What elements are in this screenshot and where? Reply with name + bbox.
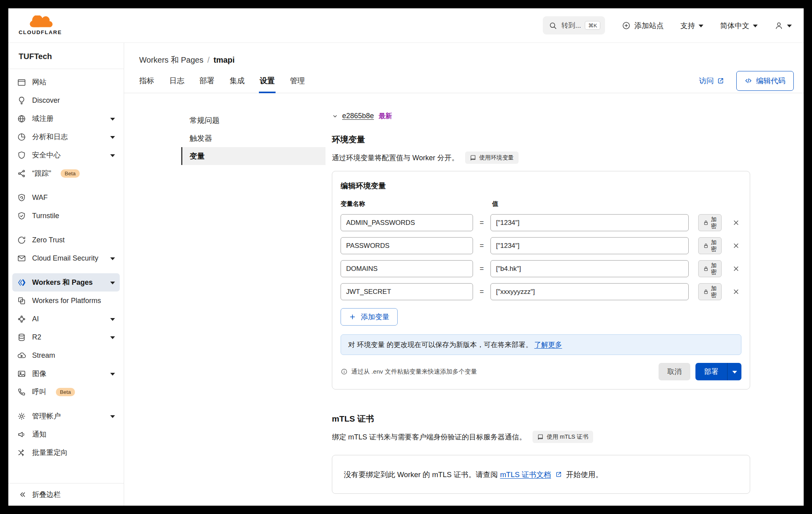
workers-icon (17, 278, 26, 287)
versions-notice-banner: 对 环境变量 的更改现在可以保存为新版本，可在将来部署。 了解更多 (341, 334, 741, 355)
remove-variable-button[interactable] (730, 240, 741, 251)
sidebar-item-websites[interactable]: 网站 (12, 73, 120, 91)
var-value-input[interactable] (490, 214, 689, 231)
remove-variable-button[interactable] (730, 263, 741, 274)
mtls-doc-badge[interactable]: 使用 mTLS 证书 (532, 431, 593, 443)
encrypt-button[interactable]: 加密 (698, 283, 722, 300)
language-menu[interactable]: 简体中文 (720, 21, 758, 31)
search-icon (548, 21, 557, 30)
search-shortcut: ⌘K (585, 21, 600, 30)
sidebar-item-ai[interactable]: AI (12, 310, 120, 328)
deploy-split-button: 部署 (695, 363, 741, 380)
globe-icon (17, 114, 26, 123)
var-name-input[interactable] (341, 237, 473, 254)
sidebar-item-turnstile[interactable]: Turnstile (12, 207, 120, 225)
lock-icon (703, 243, 709, 249)
edit-code-button[interactable]: 编辑代码 (736, 71, 794, 91)
var-value-input[interactable] (490, 237, 689, 254)
global-search[interactable]: 转到... ⌘K (543, 16, 605, 35)
tab-manage[interactable]: 管理 (290, 69, 305, 93)
var-value-input[interactable] (490, 283, 689, 300)
var-name-input[interactable] (341, 214, 473, 231)
book-icon (470, 155, 476, 161)
add-variable-button[interactable]: 添加变量 (341, 308, 398, 326)
zero-trust-icon (17, 236, 26, 245)
cloudflare-logo[interactable]: CLOUDFLARE (19, 15, 62, 35)
sidebar-item-calls[interactable]: 呼叫 Beta (12, 383, 120, 401)
learn-more-link[interactable]: 了解更多 (534, 341, 562, 349)
sidebar-group: 网站 Discover 域注册 分析和日志 (12, 73, 120, 182)
caret-down-icon (732, 371, 737, 374)
cancel-button[interactable]: 取消 (659, 363, 690, 380)
sidebar-item-domains[interactable]: 域注册 (12, 109, 120, 128)
tab-settings[interactable]: 设置 (260, 69, 275, 93)
lock-icon (703, 289, 709, 295)
app-window: CLOUDFLARE 转到... ⌘K 添加站点 支持 简体中文 (8, 8, 804, 506)
subnav-item-triggers[interactable]: 触发器 (181, 129, 326, 147)
envelope-icon (17, 254, 26, 263)
sidebar-item-images[interactable]: 图像 (12, 364, 120, 383)
sidebar-group: Workers 和 Pages Workers for Platforms AI (12, 273, 120, 401)
var-value-input[interactable] (490, 260, 689, 277)
ai-network-icon (17, 315, 26, 324)
encrypt-button[interactable]: 加密 (698, 237, 722, 254)
account-name[interactable]: TUFTech (8, 43, 124, 69)
external-link-icon (555, 471, 562, 478)
visit-link[interactable]: 访问 (699, 76, 724, 86)
var-name-input[interactable] (341, 283, 473, 300)
version-selector[interactable]: e2865b8e 最新 (332, 111, 750, 121)
subnav-item-variables[interactable]: 变量 (181, 147, 326, 165)
tab-deployments[interactable]: 部署 (199, 69, 214, 93)
env-doc-badge[interactable]: 使用环境变量 (465, 152, 519, 164)
sidebar-item-r2[interactable]: R2 (12, 328, 120, 346)
breadcrumb-parent[interactable]: Workers 和 Pages (139, 55, 203, 65)
mtls-docs-link[interactable]: mTLS 证书文档 (500, 470, 551, 479)
chevron-down-icon (110, 282, 115, 284)
tab-logs[interactable]: 日志 (169, 69, 184, 93)
chevron-down-icon (110, 257, 115, 260)
sidebar-item-discover[interactable]: Discover (12, 91, 120, 109)
main-area: Workers 和 Pages / tmapi 指标 日志 部署 集成 设置 管… (124, 43, 804, 506)
breadcrumb-current: tmapi (213, 56, 234, 65)
tab-metrics[interactable]: 指标 (139, 69, 154, 93)
top-bar: CLOUDFLARE 转到... ⌘K 添加站点 支持 简体中文 (8, 8, 804, 43)
sidebar-item-workers-platforms[interactable]: Workers for Platforms (12, 292, 120, 310)
sidebar-item-trace[interactable]: “跟踪” Beta (12, 164, 120, 182)
tab-bar: 指标 日志 部署 集成 设置 管理 访问 编辑代码 (124, 69, 804, 93)
sidebar-item-email-security[interactable]: Cloud Email Security (12, 249, 120, 267)
settings-main-column: e2865b8e 最新 环境变量 通过环境变量将配置值与 Worker 分开。 … (332, 111, 750, 506)
tab-integrations[interactable]: 集成 (230, 69, 245, 93)
user-menu[interactable] (774, 21, 792, 30)
sidebar-item-analytics[interactable]: 分析和日志 (12, 128, 120, 146)
sidebar-item-security-center[interactable]: 安全中心 (12, 146, 120, 164)
mtls-section-title: mTLS 证书 (332, 413, 750, 424)
env-card-title: 编辑环境变量 (341, 181, 741, 191)
cloudflare-cloud-icon (24, 15, 57, 29)
encrypt-button[interactable]: 加密 (698, 260, 722, 277)
version-latest-badge: 最新 (379, 111, 392, 121)
remove-variable-button[interactable] (730, 217, 741, 228)
env-section-title: 环境变量 (332, 134, 750, 145)
encrypt-button[interactable]: 加密 (698, 214, 722, 231)
deploy-options-caret[interactable] (727, 363, 741, 380)
support-menu[interactable]: 支持 (680, 21, 703, 31)
waf-shield-icon (17, 193, 26, 202)
sidebar-item-waf[interactable]: WAF (12, 188, 120, 207)
sidebar-item-manage-account[interactable]: 管理帐户 (12, 407, 120, 425)
remove-variable-button[interactable] (730, 286, 741, 297)
deploy-button[interactable]: 部署 (695, 363, 727, 380)
sidebar-item-zero-trust[interactable]: Zero Trust (12, 231, 120, 249)
collapse-sidebar-button[interactable]: 折叠边栏 (8, 483, 124, 506)
env-description: 通过环境变量将配置值与 Worker 分开。 (332, 153, 459, 163)
plus-icon (349, 313, 356, 320)
env-row: = 加密 (341, 237, 741, 254)
sidebar-item-stream[interactable]: Stream (12, 346, 120, 364)
sidebar-item-notifications[interactable]: 通知 (12, 425, 120, 443)
sidebar-item-bulk-redirects[interactable]: 批量重定向 (12, 443, 120, 462)
var-name-input[interactable] (341, 260, 473, 277)
subnav-item-general[interactable]: 常规问题 (181, 111, 326, 129)
sidebar-item-workers-pages[interactable]: Workers 和 Pages (12, 273, 120, 292)
trace-nodes-icon (17, 169, 26, 178)
add-site-button[interactable]: 添加站点 (622, 21, 664, 31)
tab-actions: 访问 编辑代码 (699, 71, 794, 91)
